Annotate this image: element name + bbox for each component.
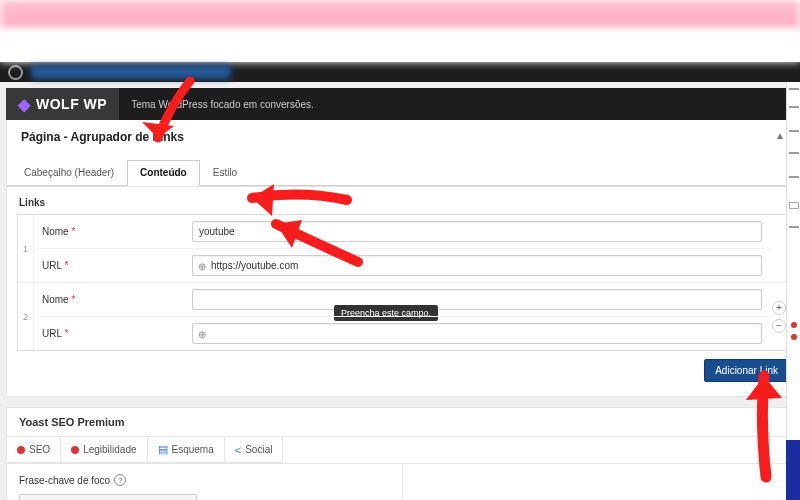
globe-icon: ⊕ [198, 260, 206, 271]
add-row-button[interactable]: + [772, 301, 786, 315]
focus-keyphrase-label: Frase-chave de foco ? [19, 474, 390, 494]
link-name-input[interactable] [192, 289, 762, 310]
links-repeater-panel: Links 1 Nome * URL * ⊕ [6, 187, 800, 397]
add-link-button[interactable]: Adicionar Link [704, 359, 789, 382]
help-icon[interactable]: ? [114, 474, 126, 486]
field-label-name: Nome * [42, 294, 182, 305]
field-label-name: Nome * [42, 226, 182, 237]
tab-style[interactable]: Estilo [200, 160, 250, 185]
link-url-input[interactable] [192, 323, 762, 344]
wordpress-logo-icon [8, 65, 23, 80]
wp-admin-bar-blurred [31, 65, 231, 79]
yoast-tabs: SEO Legibilidade ▤Esquema <Social [7, 437, 799, 464]
related-keyphrases-button[interactable]: Obtenha frases-chave relacionadas [19, 494, 197, 500]
yoast-tab-readability[interactable]: Legibilidade [61, 437, 147, 463]
yoast-seo-panel: Yoast SEO Premium SEO Legibilidade ▤Esqu… [6, 407, 800, 500]
schema-icon: ▤ [158, 443, 168, 456]
browser-url-strip [0, 30, 800, 62]
links-table: 1 Nome * URL * ⊕ [17, 214, 789, 351]
settings-tabs: Cabeçalho (Header) Conteúdo Estilo [7, 160, 799, 186]
link-url-input[interactable] [192, 255, 762, 276]
yoast-tab-social[interactable]: <Social [225, 437, 284, 463]
wolf-brand-text: WOLF WP [36, 96, 107, 112]
yoast-tab-schema[interactable]: ▤Esquema [148, 437, 225, 463]
wolf-logo-icon: ◆ [18, 95, 30, 114]
row-index: 1 [18, 215, 34, 282]
remove-row-button[interactable]: − [772, 319, 786, 333]
editor-sidebar-sliver [786, 82, 800, 500]
field-label-url: URL * [42, 328, 182, 339]
link-row: 2 Nome * Preencha este campo. URL * ⊕ [18, 283, 788, 350]
links-section-label: Links [17, 195, 789, 214]
sidebar-thumbnail [786, 440, 800, 500]
status-dot-icon [71, 446, 79, 454]
wolf-logo-area: ◆ WOLF WP [6, 88, 119, 120]
yoast-panel-title: Yoast SEO Premium [7, 408, 799, 437]
link-name-input[interactable] [192, 221, 762, 242]
collapse-caret-icon[interactable]: ▲ [775, 130, 785, 141]
yoast-tab-seo[interactable]: SEO [7, 437, 61, 463]
globe-icon: ⊕ [198, 328, 206, 339]
status-dot-icon [17, 446, 25, 454]
page-settings-panel: ▲ Página - Agrupador de Links Cabeçalho … [6, 120, 800, 187]
wp-admin-bar[interactable] [0, 62, 800, 82]
wolf-theme-banner: ◆ WOLF WP Tema WordPress focado em conve… [6, 88, 800, 120]
page-title: Página - Agrupador de Links [21, 130, 785, 160]
tab-header[interactable]: Cabeçalho (Header) [11, 160, 127, 185]
browser-chrome [0, 0, 800, 62]
browser-tab-strip [0, 0, 800, 30]
wolf-tagline: Tema WordPress focado em conversões. [119, 99, 314, 110]
link-row: 1 Nome * URL * ⊕ [18, 215, 788, 283]
row-index: 2 [18, 283, 34, 350]
share-icon: < [235, 444, 241, 456]
field-label-url: URL * [42, 260, 182, 271]
tab-content[interactable]: Conteúdo [127, 160, 200, 186]
